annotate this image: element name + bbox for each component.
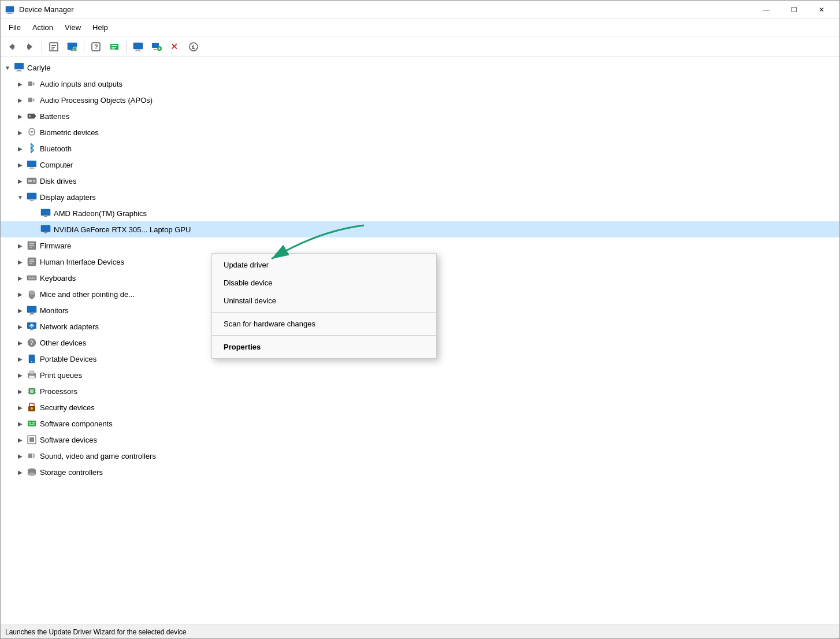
hid-expander[interactable]: ▶ — [14, 256, 26, 268]
tree-item-sw-devices[interactable]: ▶ Software devices — [1, 432, 839, 448]
svg-rect-65 — [30, 277, 31, 278]
tree-item-audio-io[interactable]: ▶ Audio inputs and outputs — [1, 76, 839, 92]
bluetooth-expander[interactable]: ▶ — [14, 143, 26, 154]
biometric-expander[interactable]: ▶ — [14, 127, 26, 138]
tree-item-bluetooth[interactable]: ▶ ᛒ Bluetooth — [1, 140, 839, 157]
network-expander[interactable]: ▶ — [14, 321, 26, 332]
svg-rect-35 — [17, 70, 21, 71]
other-expander[interactable]: ▶ — [14, 337, 26, 348]
menu-help[interactable]: Help — [87, 21, 114, 34]
tree-item-print[interactable]: ▶ Print queues — [1, 367, 839, 383]
mice-label: Mice and other pointing de... — [40, 290, 135, 299]
svg-point-47 — [33, 180, 35, 182]
sw-devices-expander[interactable]: ▶ — [14, 434, 26, 445]
tree-item-firmware[interactable]: ▶ Firmware — [1, 237, 839, 254]
toolbar-show-hidden-button[interactable] — [106, 39, 123, 55]
disk-expander[interactable]: ▶ — [14, 175, 26, 187]
ctx-update-driver[interactable]: Update driver — [212, 256, 436, 274]
toolbar-download-button[interactable] — [185, 39, 202, 55]
menu-view[interactable]: View — [59, 21, 87, 34]
svg-rect-60 — [29, 259, 34, 261]
tree-item-biometric[interactable]: ▶ Biometric devices — [1, 124, 839, 140]
show-hidden-icon — [109, 42, 120, 52]
ctx-scan-hardware[interactable]: Scan for hardware changes — [212, 315, 436, 333]
tree-item-storage[interactable]: ▶ Storage controllers — [1, 464, 839, 480]
maximize-button[interactable]: ☐ — [780, 1, 807, 19]
storage-icon — [26, 466, 38, 478]
bluetooth-icon: ᛒ — [26, 143, 38, 154]
audio-io-expander[interactable]: ▶ — [14, 78, 26, 90]
keyboards-icon — [26, 272, 38, 284]
title-bar-left: Device Manager — [5, 5, 74, 14]
monitors-expander[interactable]: ▶ — [14, 304, 26, 316]
svg-rect-49 — [27, 193, 36, 199]
portable-expander[interactable]: ▶ — [14, 353, 26, 365]
sw-devices-label: Software devices — [40, 436, 97, 444]
toolbar-sep-3 — [126, 41, 127, 53]
toolbar-help-button[interactable]: ? — [87, 39, 105, 55]
svg-rect-50 — [30, 200, 34, 201]
svg-point-81 — [31, 361, 32, 362]
tree-item-nvidia-gpu[interactable]: ▶ NVIDIA GeForce RTX 305... Laptop GPU — [1, 221, 839, 237]
toolbar-scan-button[interactable]: ↺ — [64, 39, 81, 55]
root-label: Carlyle — [27, 64, 50, 72]
storage-label: Storage controllers — [40, 468, 103, 477]
svg-rect-61 — [29, 261, 34, 262]
close-button[interactable]: ✕ — [808, 1, 835, 19]
audio-io-label: Audio inputs and outputs — [40, 80, 122, 88]
tree-item-sw-components[interactable]: ▶ Software components — [1, 415, 839, 432]
tree-item-amd-gpu[interactable]: ▶ AMD Radeon(TM) Graphics — [1, 205, 839, 221]
print-expander[interactable]: ▶ — [14, 369, 26, 381]
mice-expander[interactable]: ▶ — [14, 288, 26, 300]
computer-expander[interactable]: ▶ — [14, 159, 26, 170]
tree-item-disk[interactable]: ▶ Disk drives — [1, 173, 839, 189]
print-label: Print queues — [40, 371, 82, 380]
ctx-uninstall-device[interactable]: Uninstall device — [212, 292, 436, 310]
processors-label: Processors — [40, 387, 77, 396]
svg-rect-37 — [28, 81, 32, 86]
svg-rect-34 — [14, 63, 24, 69]
biometric-label: Biometric devices — [40, 128, 99, 137]
security-icon — [26, 402, 38, 413]
toolbar-sep-2 — [84, 41, 84, 53]
ctx-properties[interactable]: Properties — [212, 338, 436, 356]
tree-root[interactable]: ▼ Carlyle — [1, 60, 839, 76]
toolbar-back-button[interactable] — [3, 39, 20, 55]
audio-apo-expander[interactable]: ▶ — [14, 94, 26, 106]
batteries-icon — [26, 110, 38, 122]
display-expander[interactable]: ▼ — [14, 191, 26, 203]
svg-rect-51 — [41, 209, 50, 216]
svg-rect-57 — [29, 245, 34, 246]
tree-item-processors[interactable]: ▶ Processors — [1, 383, 839, 399]
keyboards-expander[interactable]: ▶ — [14, 272, 26, 284]
storage-expander[interactable]: ▶ — [14, 466, 26, 478]
ctx-disable-device[interactable]: Disable device — [212, 274, 436, 292]
processors-expander[interactable]: ▶ — [14, 385, 26, 397]
firmware-icon — [26, 240, 38, 251]
sw-components-expander[interactable]: ▶ — [14, 418, 26, 429]
toolbar-computer-button[interactable] — [129, 39, 147, 55]
firmware-expander[interactable]: ▶ — [14, 240, 26, 251]
svg-rect-41 — [29, 115, 31, 117]
display-icon — [26, 191, 38, 203]
menu-action[interactable]: Action — [27, 21, 59, 34]
toolbar-add-device-button[interactable] — [148, 39, 165, 55]
status-text: Launches the Update Driver Wizard for th… — [5, 628, 187, 636]
security-expander[interactable]: ▶ — [14, 402, 26, 413]
menu-file[interactable]: File — [3, 21, 27, 34]
tree-item-batteries[interactable]: ▶ Batteries — [1, 108, 839, 124]
tree-item-security[interactable]: ▶ Security devices — [1, 399, 839, 415]
sound-expander[interactable]: ▶ — [14, 450, 26, 462]
svg-rect-0 — [6, 6, 14, 12]
tree-item-computer[interactable]: ▶ Computer — [1, 157, 839, 173]
root-expander[interactable]: ▼ — [2, 62, 13, 73]
toolbar-properties-button[interactable] — [45, 39, 62, 55]
tree-item-audio-apo[interactable]: ▶ Audio Processing Objects (APOs) — [1, 92, 839, 108]
batteries-expander[interactable]: ▶ — [14, 110, 26, 122]
tree-item-display[interactable]: ▼ Display adapters — [1, 189, 839, 205]
toolbar-forward-button[interactable] — [21, 39, 39, 55]
minimize-button[interactable]: — — [753, 1, 779, 19]
window-title: Device Manager — [19, 5, 74, 14]
tree-item-sound[interactable]: ▶ Sound, video and game controllers — [1, 448, 839, 464]
toolbar-remove-device-button[interactable]: ✕ — [166, 39, 184, 55]
